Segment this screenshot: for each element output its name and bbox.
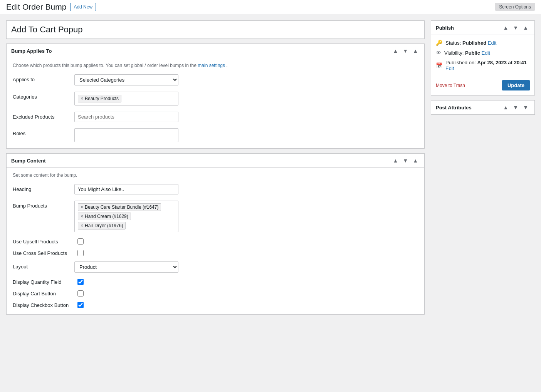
publish-collapse-up[interactable]: ▲: [501, 24, 510, 32]
published-edit-link[interactable]: Edit: [445, 65, 454, 71]
post-attributes-toggle[interactable]: ▼: [521, 104, 530, 111]
status-edit-link[interactable]: Edit: [488, 40, 496, 46]
publish-title: Publish: [436, 25, 454, 31]
bump-content-collapse-up[interactable]: ▲: [391, 157, 400, 164]
display-quantity-label: Display Quantity Field: [13, 279, 74, 285]
roles-input[interactable]: [74, 128, 178, 142]
sidebar: Publish ▲ ▼ ▲ 🔑 Status: Published Edit 👁…: [431, 20, 535, 115]
visibility-edit-link[interactable]: Edit: [482, 50, 490, 56]
use-cross-sell-checkbox[interactable]: [77, 250, 84, 256]
calendar-icon: 📅: [436, 62, 442, 69]
applies-to-select[interactable]: Any Product Selected Products Selected C…: [74, 74, 178, 85]
layout-label: Layout: [13, 261, 74, 270]
collapse-up-button[interactable]: ▲: [391, 47, 400, 55]
use-upsell-label: Use Upsell Products: [13, 239, 74, 245]
display-cart-checkbox[interactable]: [77, 290, 84, 297]
use-cross-sell-label: Use Cross Sell Products: [13, 250, 74, 256]
display-cart-label: Display Cart Button: [13, 291, 74, 297]
post-attributes-metabox: Post Attributes ▲ ▼ ▼: [431, 100, 535, 115]
post-attributes-collapse-down[interactable]: ▼: [511, 104, 520, 111]
applies-to-description: Choose which products this bump applies …: [13, 63, 418, 68]
product-tag-1647: × Beauty Care Starter Bundle (#1647): [78, 203, 161, 211]
remove-beauty-tag[interactable]: ×: [81, 96, 83, 101]
display-checkbox-label: Display Checkbox Button: [13, 302, 74, 308]
bump-content-metabox: Bump Content ▲ ▼ ▲ Set some content for …: [6, 153, 425, 315]
display-checkbox-checkbox[interactable]: [77, 302, 84, 308]
publish-metabox: Publish ▲ ▼ ▲ 🔑 Status: Published Edit 👁…: [431, 20, 535, 95]
publish-date-row: 📅 Published on: Apr 28, 2023 at 20:41 Ed…: [436, 60, 530, 71]
bump-content-toggle[interactable]: ▲: [411, 157, 420, 164]
use-upsell-checkbox[interactable]: [77, 238, 84, 245]
key-icon: 🔑: [436, 40, 442, 46]
bump-content-title: Bump Content: [11, 158, 46, 164]
bump-products-label: Bump Products: [13, 201, 74, 209]
publish-status-row: 🔑 Status: Published Edit: [436, 40, 530, 46]
categories-tag-input[interactable]: × Beauty Products: [74, 92, 178, 106]
publish-toggle[interactable]: ▲: [521, 24, 530, 32]
publish-collapse-down[interactable]: ▼: [511, 24, 520, 32]
post-attributes-title: Post Attributes: [436, 105, 472, 111]
main-settings-link[interactable]: main settings: [198, 63, 225, 68]
update-button[interactable]: Update: [502, 80, 530, 90]
categories-label: Categories: [13, 92, 74, 100]
page-title: Edit Order Bump: [6, 2, 66, 12]
excluded-products-search[interactable]: [74, 112, 178, 122]
bump-applies-to-title: Bump Applies To: [11, 48, 52, 54]
bump-content-description: Set some content for the bump.: [13, 173, 418, 178]
eye-icon: 👁: [436, 50, 441, 56]
applies-to-label: Applies to: [13, 74, 74, 82]
screen-options-button[interactable]: Screen Options: [495, 3, 535, 11]
bump-content-collapse-down[interactable]: ▼: [401, 157, 410, 164]
publish-visibility-row: 👁 Visibility: Public Edit: [436, 50, 530, 56]
heading-input[interactable]: [74, 184, 178, 194]
roles-label: Roles: [13, 128, 74, 136]
layout-select[interactable]: Product List Grid: [74, 261, 178, 273]
toggle-button[interactable]: ▲: [411, 47, 420, 55]
remove-product-1976[interactable]: ×: [81, 223, 83, 228]
display-quantity-checkbox[interactable]: [77, 279, 84, 285]
category-tag-beauty: × Beauty Products: [78, 95, 121, 102]
remove-product-1629[interactable]: ×: [81, 214, 83, 219]
remove-product-1647[interactable]: ×: [81, 204, 83, 210]
post-title-input[interactable]: [6, 20, 425, 39]
product-tag-1976: × Hair Dryer (#1976): [78, 222, 126, 230]
post-attributes-collapse-up[interactable]: ▲: [501, 104, 510, 111]
excluded-products-label: Excluded Products: [13, 112, 74, 120]
bump-applies-to-metabox: Bump Applies To ▲ ▼ ▲ Choose which produ…: [6, 44, 425, 149]
product-tag-1629: × Hand Cream (#1629): [78, 213, 131, 220]
add-new-button[interactable]: Add New: [70, 3, 96, 11]
heading-label: Heading: [13, 184, 74, 192]
collapse-down-button[interactable]: ▼: [401, 47, 410, 55]
bump-products-input[interactable]: × Beauty Care Starter Bundle (#1647) × H…: [74, 201, 178, 232]
move-to-trash-button[interactable]: Move to Trash: [436, 83, 465, 88]
